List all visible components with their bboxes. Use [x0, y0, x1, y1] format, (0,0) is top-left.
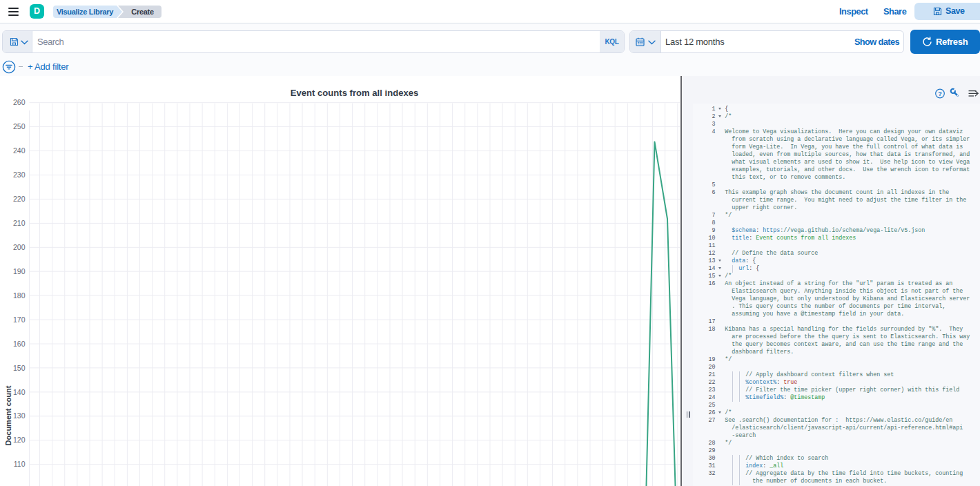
svg-text:210: 210 — [13, 219, 26, 227]
svg-text:170: 170 — [13, 315, 26, 324]
svg-text:240: 240 — [13, 146, 26, 155]
svg-text:230: 230 — [13, 171, 26, 179]
svg-text:120: 120 — [13, 436, 26, 444]
svg-text:200: 200 — [13, 243, 26, 251]
svg-text:110: 110 — [14, 460, 26, 468]
svg-text:250: 250 — [13, 122, 26, 130]
svg-text:?: ? — [938, 90, 942, 97]
svg-text:140: 140 — [13, 388, 26, 396]
svg-text:260: 260 — [13, 98, 26, 106]
svg-text:180: 180 — [13, 291, 26, 300]
svg-text:160: 160 — [13, 340, 26, 348]
svg-text:150: 150 — [13, 364, 26, 372]
svg-text:190: 190 — [13, 267, 26, 275]
svg-text:130: 130 — [13, 411, 26, 420]
svg-text:220: 220 — [13, 195, 26, 203]
